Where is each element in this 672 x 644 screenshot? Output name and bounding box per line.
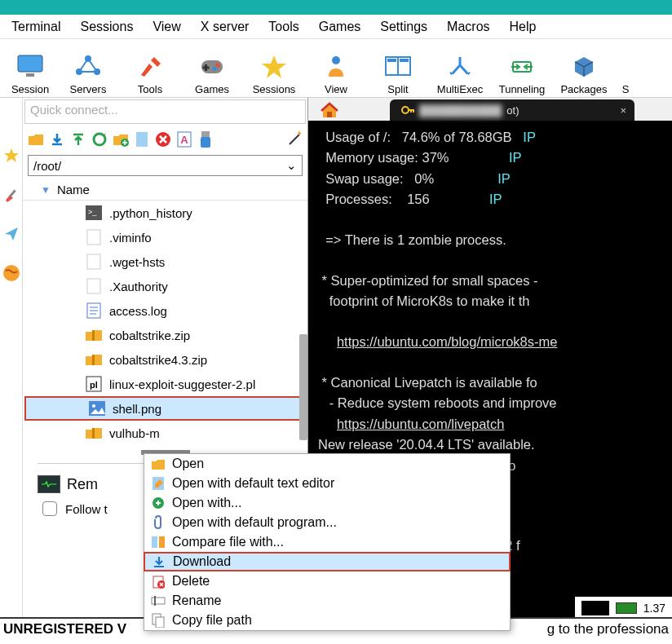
toolbar-more[interactable]: S bbox=[615, 42, 636, 95]
more-icon bbox=[612, 52, 639, 80]
toolbar-packages[interactable]: Packages bbox=[553, 42, 615, 95]
menu-tools[interactable]: Tools bbox=[259, 18, 308, 36]
ctx-open-with[interactable]: Open with... bbox=[144, 493, 510, 513]
mini-preview bbox=[581, 601, 609, 615]
folder-up-icon[interactable] bbox=[26, 130, 46, 149]
home-tab[interactable] bbox=[315, 99, 344, 121]
quick-connect-input[interactable]: Quick connect... bbox=[24, 99, 306, 124]
tab-strip: ███████████ ot) × bbox=[308, 98, 672, 121]
new-folder-icon[interactable] bbox=[111, 130, 130, 149]
download-icon[interactable] bbox=[47, 130, 67, 149]
package-icon bbox=[570, 52, 598, 80]
path-input[interactable]: /root/ ⌄ bbox=[28, 155, 303, 176]
toolbar-session[interactable]: Session bbox=[3, 42, 57, 95]
compare-icon bbox=[151, 535, 166, 549]
svg-rect-0 bbox=[18, 55, 42, 72]
ctx-open[interactable]: Open bbox=[144, 454, 510, 474]
refresh-icon[interactable] bbox=[90, 130, 109, 149]
svg-rect-30 bbox=[87, 279, 100, 293]
upload-icon[interactable] bbox=[69, 130, 88, 149]
svg-rect-13 bbox=[387, 59, 396, 62]
ctx-open-default[interactable]: Open with default program... bbox=[144, 513, 510, 532]
file-row[interactable]: cobaltstrike.zip bbox=[23, 323, 307, 347]
close-icon[interactable]: × bbox=[620, 104, 626, 117]
wand-icon[interactable] bbox=[285, 130, 304, 149]
zip-icon bbox=[85, 326, 103, 344]
menu-macros[interactable]: Macros bbox=[437, 18, 499, 36]
menu-help[interactable]: Help bbox=[500, 18, 546, 36]
ctx-label: Open with default text editor bbox=[172, 476, 334, 491]
toolbar-label: Servers bbox=[70, 83, 107, 95]
svg-point-17 bbox=[3, 265, 20, 281]
monitor-icon bbox=[16, 52, 44, 80]
toolbar-label: MultiExec bbox=[437, 83, 483, 95]
toolbar-tools[interactable]: Tools bbox=[119, 42, 181, 95]
menu-view[interactable]: View bbox=[143, 18, 190, 36]
toolbar-sessions[interactable]: Sessions bbox=[243, 42, 305, 95]
delete-icon bbox=[151, 574, 166, 589]
file-row[interactable]: .wget-hsts bbox=[23, 249, 307, 274]
file-row[interactable]: .Xauthority bbox=[23, 274, 307, 298]
ctx-download[interactable]: Download bbox=[144, 552, 511, 571]
gamepad-icon bbox=[198, 52, 226, 80]
ctx-label: Rename bbox=[172, 593, 221, 608]
toolbar-servers[interactable]: Servers bbox=[57, 42, 119, 95]
remote-label: Rem bbox=[67, 476, 98, 493]
menu-sessions[interactable]: Sessions bbox=[70, 18, 143, 36]
file-name: vulhub-m bbox=[109, 426, 160, 440]
toolbar-label: S bbox=[622, 83, 630, 95]
ctx-compare[interactable]: Compare file with... bbox=[144, 532, 510, 552]
file-row[interactable]: >_.python_history bbox=[23, 201, 307, 225]
side-icon-bar bbox=[0, 98, 23, 620]
file-name: .Xauthority bbox=[109, 280, 168, 293]
toolbar-tunneling[interactable]: Tunneling bbox=[491, 42, 553, 95]
toolbar-split[interactable]: Split bbox=[367, 42, 429, 95]
svg-point-40 bbox=[92, 404, 95, 408]
scrollbar[interactable] bbox=[299, 334, 307, 440]
svg-rect-36 bbox=[92, 355, 95, 365]
globe-icon[interactable] bbox=[2, 264, 20, 282]
path-text: /root/ bbox=[33, 159, 61, 173]
chevron-down-icon[interactable]: ⌄ bbox=[286, 158, 297, 173]
ctx-delete[interactable]: Delete bbox=[144, 571, 510, 591]
ctx-open-text[interactable]: Open with default text editor bbox=[144, 474, 510, 493]
checkbox-icon[interactable] bbox=[42, 501, 57, 516]
network-icon bbox=[74, 52, 102, 80]
file-row[interactable]: pllinux-exploit-suggester-2.pl bbox=[23, 372, 307, 396]
tree-header[interactable]: ▼ Name bbox=[23, 179, 307, 201]
file-icon bbox=[85, 228, 103, 246]
toolbar-games[interactable]: Games bbox=[181, 42, 243, 95]
usb-icon[interactable] bbox=[196, 130, 215, 149]
rename-icon bbox=[151, 593, 166, 608]
menu-xserver[interactable]: X server bbox=[191, 18, 259, 36]
svg-rect-29 bbox=[87, 254, 100, 269]
text-icon[interactable]: A bbox=[175, 130, 194, 149]
title-bar bbox=[0, 0, 672, 15]
toolbar-label: Tools bbox=[138, 83, 162, 95]
menu-settings[interactable]: Settings bbox=[370, 18, 437, 36]
star-icon[interactable] bbox=[2, 147, 20, 165]
menu-terminal[interactable]: Terminal bbox=[2, 18, 70, 36]
new-file-icon[interactable] bbox=[132, 130, 152, 149]
delete-icon[interactable] bbox=[153, 130, 173, 149]
ctx-rename[interactable]: Rename bbox=[144, 591, 510, 611]
context-menu: Open Open with default text editor Open … bbox=[144, 453, 511, 631]
menu-bar: Terminal Sessions View X server Tools Ga… bbox=[0, 15, 672, 39]
session-tab[interactable]: ███████████ ot) × bbox=[390, 99, 634, 121]
menu-games[interactable]: Games bbox=[309, 18, 371, 36]
file-row[interactable]: cobaltstrike4.3.zip bbox=[23, 347, 307, 372]
toolbar-label: Split bbox=[387, 83, 408, 95]
ctx-copy-path[interactable]: Copy file path bbox=[144, 611, 510, 630]
toolbar-view[interactable]: View bbox=[305, 42, 367, 95]
file-row[interactable]: vulhub-m bbox=[23, 421, 307, 445]
file-row[interactable]: access.log bbox=[23, 298, 307, 323]
toolbar-multiexec[interactable]: MultiExec bbox=[429, 42, 491, 95]
send-icon[interactable] bbox=[2, 225, 20, 243]
file-row[interactable]: .viminfo bbox=[23, 225, 307, 249]
file-icon bbox=[85, 277, 103, 295]
brush-icon[interactable] bbox=[2, 186, 20, 204]
svg-rect-24 bbox=[201, 131, 210, 137]
tunnel-icon bbox=[508, 52, 536, 80]
file-row-selected[interactable]: shell.png bbox=[24, 396, 306, 421]
split-icon bbox=[384, 52, 412, 80]
